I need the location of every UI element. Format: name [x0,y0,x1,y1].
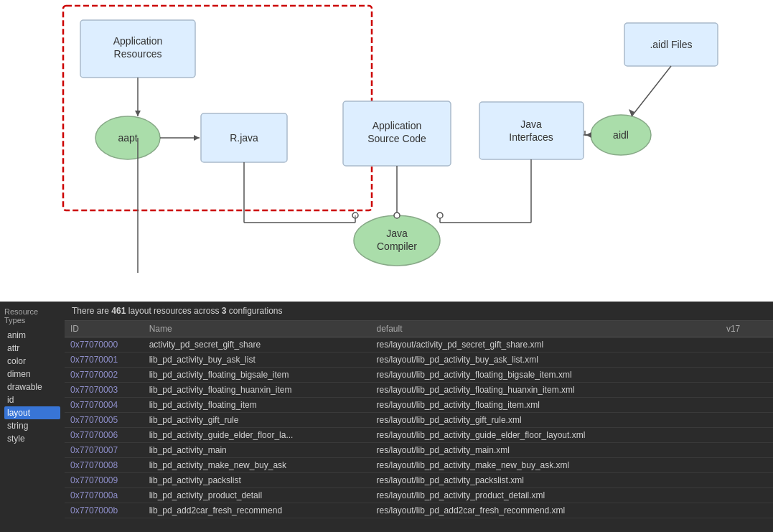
svg-text:Application: Application [373,120,422,131]
cell-v17 [721,398,773,413]
cell-name: lib_pd_activity_packslist [144,473,371,488]
svg-text:aidl: aidl [613,129,629,141]
table-header-row: ID Name default v17 [65,321,773,337]
table-row[interactable]: 0x77070004 lib_pd_activity_floating_item… [65,398,773,413]
col-header-id: ID [65,321,144,337]
config-count: 3 [222,306,227,316]
main-content: There are 461 layout resources across 3 … [65,302,773,532]
table-row[interactable]: 0x77070005 lib_pd_activity_gift_rule res… [65,413,773,428]
cell-default: res/layout/lib_pd_activity_product_detai… [370,488,720,503]
cell-default: res/layout/lib_pd_activity_floating_item… [370,398,720,413]
resource-types-sidebar: Resource Types anim attr color dimen dra… [0,302,65,532]
cell-id: 0x77070008 [65,458,144,473]
svg-text:Resources: Resources [114,48,162,60]
cell-name: lib_pd_add2car_fresh_recommend [144,503,371,518]
cell-id: 0x77070000 [65,337,144,353]
cell-id: 0x77070002 [65,368,144,383]
table-row[interactable]: 0x77070007 lib_pd_activity_main res/layo… [65,443,773,458]
cell-v17 [721,337,773,353]
cell-name: activity_pd_secret_gift_share [144,337,371,353]
svg-text:Java: Java [520,118,542,130]
sidebar-item-attr[interactable]: attr [4,342,60,355]
table-row[interactable]: 0x77070008 lib_pd_activity_make_new_buy_… [65,458,773,473]
table-row[interactable]: 0x77070002 lib_pd_activity_floating_bigs… [65,368,773,383]
svg-text:Application: Application [113,35,163,47]
svg-text:Compiler: Compiler [377,241,417,252]
cell-name: lib_pd_activity_floating_huanxin_item [144,383,371,398]
cell-v17 [721,458,773,473]
cell-default: res/layout/lib_pd_activity_floating_huan… [370,383,720,398]
sidebar-item-id[interactable]: id [4,393,60,406]
table-row[interactable]: 0x77070006 lib_pd_activity_guide_elder_f… [65,428,773,443]
cell-v17 [721,368,773,383]
table-row[interactable]: 0x77070009 lib_pd_activity_packslist res… [65,473,773,488]
cell-v17 [721,383,773,398]
cell-name: lib_pd_activity_make_new_buy_ask [144,458,371,473]
sidebar-item-layout[interactable]: layout [4,406,60,419]
resource-table-container[interactable]: ID Name default v17 0x77070000 activity_… [65,321,773,532]
diagram-section: Application Resources .aidl Files aapt R… [0,0,773,302]
cell-name: lib_pd_activity_product_detail [144,488,371,503]
cell-v17 [721,428,773,443]
cell-v17 [721,503,773,518]
architecture-diagram: Application Resources .aidl Files aapt R… [0,0,773,302]
sidebar-item-color[interactable]: color [4,355,60,368]
svg-text:aapt: aapt [118,132,137,144]
table-row[interactable]: 0x7707000b lib_pd_add2car_fresh_recommen… [65,503,773,518]
svg-text:.aidl Files: .aidl Files [650,39,692,50]
cell-v17 [721,413,773,428]
cell-v17 [721,353,773,368]
info-bar: There are 461 layout resources across 3 … [65,302,773,321]
cell-id: 0x77070003 [65,383,144,398]
cell-id: 0x77070007 [65,443,144,458]
svg-point-44 [394,213,400,218]
sidebar-item-string[interactable]: string [4,419,60,432]
cell-name: lib_pd_activity_main [144,443,371,458]
cell-id: 0x77070005 [65,413,144,428]
cell-default: res/layout/lib_pd_activity_guide_elder_f… [370,428,720,443]
cell-default: res/layout/lib_pd_activity_packslist.xml [370,473,720,488]
svg-point-48 [437,213,443,218]
svg-text:Interfaces: Interfaces [509,131,553,143]
cell-default: res/layout/lib_pd_activity_main.xml [370,443,720,458]
cell-default: res/layout/activity_pd_secret_gift_share… [370,337,720,353]
svg-text:R.java: R.java [230,132,258,144]
cell-id: 0x77070001 [65,353,144,368]
cell-default: res/layout/lib_pd_activity_make_new_buy_… [370,458,720,473]
table-row[interactable]: 0x7707000a lib_pd_activity_product_detai… [65,488,773,503]
sidebar-item-anim[interactable]: anim [4,329,60,342]
svg-text:Source Code: Source Code [367,133,426,144]
cell-default: res/layout/lib_pd_activity_gift_rule.xml [370,413,720,428]
svg-text:Java: Java [386,228,408,239]
table-row[interactable]: 0x77070003 lib_pd_activity_floating_huan… [65,383,773,398]
cell-id: 0x77070004 [65,398,144,413]
cell-default: res/layout/lib_pd_activity_buy_ask_list.… [370,353,720,368]
resource-table: ID Name default v17 0x77070000 activity_… [65,321,773,518]
cell-v17 [721,443,773,458]
cell-default: res/layout/lib_pd_add2car_fresh_recommen… [370,503,720,518]
cell-id: 0x7707000b [65,503,144,518]
sidebar-item-drawable[interactable]: drawable [4,381,60,393]
svg-rect-14 [479,102,584,159]
bottom-panel: Resource Types anim attr color dimen dra… [0,302,773,532]
sidebar-item-dimen[interactable]: dimen [4,368,60,381]
cell-v17 [721,473,773,488]
resource-count: 461 [111,306,126,316]
cell-name: lib_pd_activity_floating_bigsale_item [144,368,371,383]
table-row[interactable]: 0x77070001 lib_pd_activity_buy_ask_list … [65,353,773,368]
col-header-v17: v17 [721,321,773,337]
sidebar-item-style[interactable]: style [4,432,60,445]
col-header-default: default [370,321,720,337]
cell-v17 [721,488,773,503]
table-body: 0x77070000 activity_pd_secret_gift_share… [65,337,773,518]
cell-id: 0x7707000a [65,488,144,503]
cell-name: lib_pd_activity_gift_rule [144,413,371,428]
col-header-name: Name [144,321,371,337]
cell-id: 0x77070006 [65,428,144,443]
sidebar-title: Resource Types [4,307,60,325]
table-row[interactable]: 0x77070000 activity_pd_secret_gift_share… [65,337,773,353]
cell-name: lib_pd_activity_guide_elder_floor_la... [144,428,371,443]
cell-name: lib_pd_activity_floating_item [144,398,371,413]
cell-name: lib_pd_activity_buy_ask_list [144,353,371,368]
cell-default: res/layout/lib_pd_activity_floating_bigs… [370,368,720,383]
